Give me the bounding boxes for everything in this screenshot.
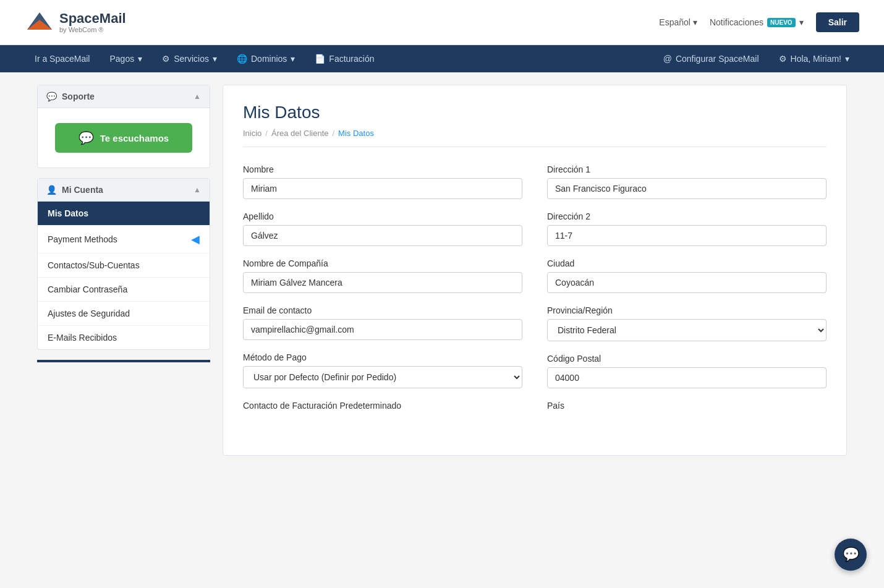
user-icon: 👤 bbox=[46, 185, 57, 195]
breadcrumb: Inicio / Área del Cliente / Mis Datos bbox=[243, 129, 827, 147]
spacemail-logo-icon bbox=[25, 7, 54, 37]
language-label: Español bbox=[659, 17, 691, 27]
salir-button[interactable]: Salir bbox=[816, 12, 859, 32]
apellido-group: Apellido bbox=[243, 211, 522, 246]
whatsapp-button[interactable]: 💬 Te escuchamos bbox=[55, 123, 192, 153]
breadcrumb-area[interactable]: Área del Cliente bbox=[271, 129, 329, 138]
direccion2-label: Dirección 2 bbox=[547, 211, 827, 221]
top-header: SpaceMail by WebCom ® Español ▾ Notifica… bbox=[0, 0, 884, 45]
ciudad-group: Ciudad bbox=[547, 258, 827, 293]
nav-label: Ir a SpaceMail bbox=[35, 54, 90, 64]
codigo-postal-label: Código Postal bbox=[547, 354, 827, 364]
apellido-input[interactable] bbox=[243, 225, 522, 246]
emails-label: E-Mails Recibidos bbox=[48, 333, 117, 343]
nav-label: Pagos bbox=[109, 54, 134, 64]
email-input[interactable] bbox=[243, 319, 522, 340]
codigo-postal-input[interactable] bbox=[547, 367, 827, 388]
sidebar-soporte-header: 💬 Soporte ▲ bbox=[38, 85, 210, 108]
nav-item-configurar[interactable]: @ Configurar SpaceMail bbox=[653, 45, 769, 72]
sidebar-item-mis-datos[interactable]: Mis Datos bbox=[38, 202, 210, 226]
chevron-down-icon: ▾ bbox=[138, 54, 142, 64]
nav-right: @ Configurar SpaceMail ⚙ Hola, Miriam! ▾ bbox=[653, 45, 859, 72]
sidebar-item-cambiar-contrasena[interactable]: Cambiar Contraseña bbox=[38, 278, 210, 302]
nav-item-spacemail[interactable]: Ir a SpaceMail bbox=[25, 45, 100, 72]
arrow-left-icon: ◀ bbox=[191, 232, 200, 246]
nav-label: Configurar SpaceMail bbox=[676, 54, 759, 64]
chevron-up-icon: ▲ bbox=[193, 185, 201, 194]
breadcrumb-sep: / bbox=[265, 129, 268, 138]
nav-item-user[interactable]: ⚙ Hola, Miriam! ▾ bbox=[769, 45, 859, 72]
breadcrumb-inicio[interactable]: Inicio bbox=[243, 129, 261, 138]
nav-item-pagos[interactable]: Pagos ▾ bbox=[100, 45, 152, 72]
sidebar-cuenta-section: 👤 Mi Cuenta ▲ Mis Datos Payment Methods … bbox=[37, 178, 210, 350]
payment-methods-label: Payment Methods bbox=[48, 234, 117, 244]
nav-item-servicios[interactable]: ⚙ Servicios ▾ bbox=[152, 45, 227, 72]
mi-cuenta-label: Mi Cuenta bbox=[62, 185, 103, 195]
email-label: Email de contacto bbox=[243, 305, 522, 315]
direccion2-group: Dirección 2 bbox=[547, 211, 827, 246]
nav-label: Hola, Miriam! bbox=[791, 54, 841, 64]
cambiar-contrasena-label: Cambiar Contraseña bbox=[48, 284, 127, 294]
content-area: Mis Datos Inicio / Área del Cliente / Mi… bbox=[223, 85, 847, 456]
nav-left: Ir a SpaceMail Pagos ▾ ⚙ Servicios ▾ 🌐 D… bbox=[25, 45, 385, 72]
contactos-label: Contactos/Sub-Cuentas bbox=[48, 260, 140, 270]
notifications-area[interactable]: Notificaciones NUEVO ▾ bbox=[710, 17, 804, 27]
company-input[interactable] bbox=[243, 272, 522, 293]
direccion1-input[interactable] bbox=[547, 178, 827, 199]
nav-item-dominios[interactable]: 🌐 Dominios ▾ bbox=[227, 45, 305, 72]
globe-icon: 🌐 bbox=[237, 54, 247, 64]
direccion1-group: Dirección 1 bbox=[547, 164, 827, 199]
metodo-pago-group: Método de Pago Usar por Defecto (Definir… bbox=[243, 352, 522, 388]
direccion2-input[interactable] bbox=[547, 225, 827, 246]
sidebar-soporte-section: 💬 Soporte ▲ 💬 Te escuchamos bbox=[37, 85, 210, 168]
ciudad-label: Ciudad bbox=[547, 258, 827, 268]
sidebar: 💬 Soporte ▲ 💬 Te escuchamos 👤 Mi Cuenta … bbox=[37, 85, 210, 362]
metodo-pago-select[interactable]: Usar por Defecto (Definir por Pedido) bbox=[243, 366, 522, 388]
sidebar-item-emails[interactable]: E-Mails Recibidos bbox=[38, 326, 210, 349]
form-left-column: Nombre Apellido Nombre de Compañía Email… bbox=[243, 164, 522, 423]
chevron-down-icon: ▾ bbox=[693, 17, 697, 27]
nav-label: Servicios bbox=[174, 54, 209, 64]
chevron-down-icon: ▾ bbox=[799, 17, 804, 27]
sidebar-cuenta-header: 👤 Mi Cuenta ▲ bbox=[38, 179, 210, 202]
company-group: Nombre de Compañía bbox=[243, 258, 522, 293]
document-icon: 📄 bbox=[315, 54, 325, 64]
sidebar-item-payment-methods[interactable]: Payment Methods ◀ bbox=[38, 226, 210, 254]
provincia-group: Provincia/Región Distrito Federal bbox=[547, 305, 827, 341]
main-container: 💬 Soporte ▲ 💬 Te escuchamos 👤 Mi Cuenta … bbox=[25, 72, 859, 468]
pais-group: País bbox=[547, 401, 827, 411]
breadcrumb-sep2: / bbox=[332, 129, 334, 138]
contacto-facturacion-group: Contacto de Facturación Predeterminado bbox=[243, 401, 522, 411]
nav-label: Dominios bbox=[251, 54, 287, 64]
breadcrumb-current: Mis Datos bbox=[338, 129, 374, 138]
chevron-down-icon: ▾ bbox=[291, 54, 295, 64]
contacto-label: Contacto de Facturación Predeterminado bbox=[243, 401, 522, 411]
sidebar-item-contactos[interactable]: Contactos/Sub-Cuentas bbox=[38, 254, 210, 278]
provincia-label: Provincia/Región bbox=[547, 305, 827, 315]
nombre-input[interactable] bbox=[243, 178, 522, 199]
whatsapp-label: Te escuchamos bbox=[100, 133, 169, 143]
codigo-postal-group: Código Postal bbox=[547, 354, 827, 388]
sidebar-item-ajustes[interactable]: Ajustes de Seguridad bbox=[38, 302, 210, 326]
nav-label: Facturación bbox=[329, 54, 374, 64]
mis-datos-label: Mis Datos bbox=[48, 208, 88, 218]
chevron-down-icon: ▾ bbox=[845, 54, 849, 64]
page-title: Mis Datos bbox=[243, 103, 827, 122]
ciudad-input[interactable] bbox=[547, 272, 827, 293]
nav-bar: Ir a SpaceMail Pagos ▾ ⚙ Servicios ▾ 🌐 D… bbox=[0, 45, 884, 72]
provincia-select[interactable]: Distrito Federal bbox=[547, 319, 827, 341]
chevron-down-icon: ▾ bbox=[213, 54, 217, 64]
direccion1-label: Dirección 1 bbox=[547, 164, 827, 174]
metodo-pago-label: Método de Pago bbox=[243, 352, 522, 362]
sidebar-menu: Mis Datos Payment Methods ◀ Contactos/Su… bbox=[38, 202, 210, 349]
nav-item-facturacion[interactable]: 📄 Facturación bbox=[305, 45, 384, 72]
language-button[interactable]: Español ▾ bbox=[659, 17, 697, 27]
whatsapp-icon: 💬 bbox=[79, 130, 94, 145]
form-right-column: Dirección 1 Dirección 2 Ciudad Provincia… bbox=[547, 164, 827, 423]
logo-subtitle: by WebCom ® bbox=[59, 26, 126, 33]
gear-icon: ⚙ bbox=[779, 54, 787, 64]
at-icon: @ bbox=[663, 54, 672, 64]
soporte-label: Soporte bbox=[62, 92, 95, 101]
nuevo-badge: NUEVO bbox=[767, 18, 796, 27]
logo-title: SpaceMail bbox=[59, 11, 126, 26]
